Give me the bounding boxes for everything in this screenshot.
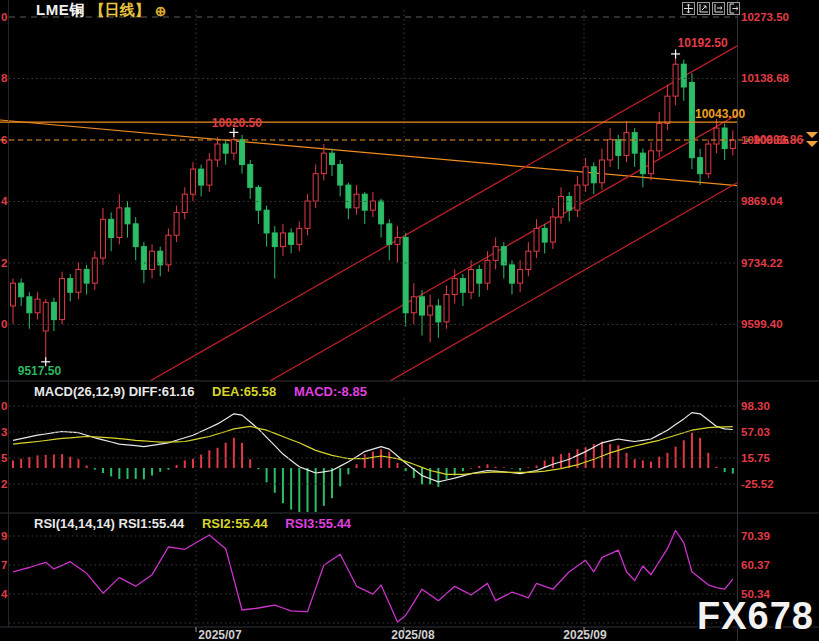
macd-histogram-bar	[601, 442, 603, 468]
macd-histogram-bar	[691, 433, 693, 468]
candle-body	[51, 302, 56, 319]
candle-body	[444, 295, 449, 322]
macd-histogram-bar	[110, 468, 112, 476]
macd-histogram-bar	[380, 449, 382, 468]
left-axis-clipped-digit: 9	[1, 530, 7, 542]
candle-body	[436, 306, 441, 322]
macd-histogram-bar	[266, 468, 268, 482]
macd-histogram-bar	[683, 440, 685, 468]
price-alert-marker	[806, 132, 818, 138]
candle-body	[403, 238, 408, 313]
candle-body	[190, 169, 195, 194]
candle-body	[264, 210, 269, 233]
macd-histogram-bar	[486, 464, 488, 468]
macd-histogram-bar	[339, 468, 341, 486]
candle-body	[689, 82, 694, 157]
macd-histogram-bar	[135, 468, 137, 479]
candle-body	[117, 208, 122, 238]
candle-body	[370, 201, 375, 210]
macd-histogram-bar	[396, 463, 398, 468]
add-indicator-icon[interactable]: ⊕	[155, 3, 167, 19]
candle-body	[84, 269, 89, 283]
y-axis-price-label: 10138.68	[741, 72, 790, 84]
macd-histogram-bar	[45, 455, 47, 468]
candle-body	[591, 167, 596, 183]
main-panel	[0, 10, 819, 381]
candle-body	[469, 269, 474, 292]
candle-body	[182, 194, 187, 212]
macd-histogram-bar	[732, 468, 734, 474]
left-axis-clipped-digit: 5	[1, 452, 8, 464]
macd-histogram-bar	[470, 468, 472, 469]
candle-body	[542, 228, 547, 242]
macd-histogram-bar	[478, 466, 480, 468]
macd-panel	[12, 398, 734, 516]
candle-body	[297, 228, 302, 244]
chart-canvas[interactable]: 10273.50010138.68810003.8669869.0449734.…	[0, 0, 819, 641]
trendline-descending-resistance[interactable]	[0, 120, 819, 193]
macd-histogram-bar	[12, 460, 14, 468]
candle-body	[35, 299, 40, 313]
candle-body	[714, 128, 719, 144]
candle-body	[289, 233, 294, 244]
macd-histogram-bar	[658, 457, 660, 468]
candle-body	[223, 144, 228, 153]
macd-histogram-bar	[306, 468, 308, 515]
candle-body	[248, 165, 253, 188]
macd-histogram-bar	[241, 443, 243, 468]
move-tool-icon[interactable]	[682, 2, 695, 15]
candle-body	[379, 201, 384, 224]
candle-body	[722, 128, 727, 149]
candle-body	[231, 139, 236, 153]
candle-body	[550, 217, 555, 242]
candle-body	[673, 64, 678, 96]
candle-body	[150, 251, 155, 269]
candle-body	[501, 247, 506, 265]
candle-body	[534, 228, 539, 251]
candle-body	[240, 139, 245, 164]
candle-body	[346, 185, 351, 208]
macd-histogram-bar	[200, 455, 202, 468]
candle-body	[125, 208, 130, 224]
candle-body	[485, 260, 490, 283]
macd-histogram-bar	[167, 468, 169, 470]
exit-chart-tool-icon[interactable]	[727, 2, 740, 15]
macd-histogram-bar	[462, 468, 464, 471]
macd-histogram-bar	[724, 468, 726, 472]
macd-histogram-bar	[347, 468, 349, 474]
candle-body	[141, 247, 146, 270]
macd-histogram-bar	[290, 468, 292, 510]
candle-body	[60, 279, 65, 320]
chart-window: 10273.50010138.68810003.8669869.0449734.…	[0, 0, 819, 641]
macd-histogram-bar	[536, 465, 538, 468]
macd-histogram-bar	[699, 438, 701, 468]
candle-body	[109, 219, 114, 237]
macd-histogram-bar	[511, 468, 513, 469]
left-axis-clipped-digit: 4	[1, 588, 8, 600]
candle-body	[100, 219, 105, 258]
left-axis-clipped-digit: 0	[1, 318, 7, 330]
candle-body	[657, 123, 662, 150]
macd-histogram-bar	[233, 438, 235, 468]
candle-body	[199, 169, 204, 185]
macd-histogram-bar	[642, 460, 644, 468]
macd-histogram-bar	[20, 459, 22, 468]
candle-body	[174, 212, 179, 235]
left-axis-clipped-digit: 7	[1, 559, 7, 571]
macd-histogram-bar	[77, 459, 79, 468]
candle-body	[583, 167, 588, 185]
candle-body	[387, 224, 392, 245]
candle-body	[207, 160, 212, 185]
macd-axis-label: 15.75	[741, 452, 770, 464]
scale-axis-tool-icon[interactable]	[697, 2, 710, 15]
macd-histogram-bar	[519, 468, 521, 471]
macd-histogram-bar	[225, 443, 227, 468]
candle-body	[19, 283, 24, 297]
candle-body	[559, 196, 564, 217]
macd-histogram-bar	[127, 468, 129, 479]
candle-body	[256, 187, 261, 210]
pan-axis-tool-icon[interactable]	[712, 2, 725, 15]
macd-histogram-bar	[159, 468, 161, 472]
candle-body	[215, 144, 220, 160]
macd-histogram-bar	[364, 454, 366, 468]
